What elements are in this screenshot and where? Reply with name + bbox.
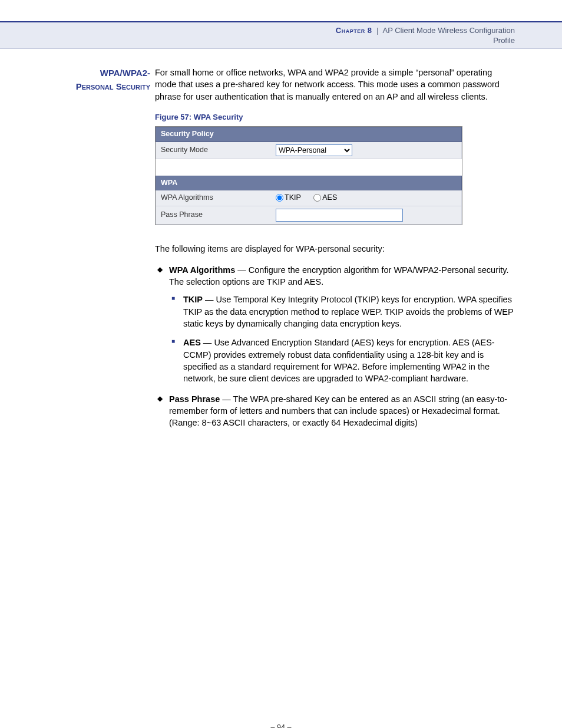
chapter-label: Chapter 8 <box>336 26 372 35</box>
header-separator: | <box>376 26 378 35</box>
list-item-algorithms: WPA Algorithms — Configure the encryptio… <box>169 264 515 385</box>
list-item-aes: AES — Use Advanced Encryption Standard (… <box>183 337 515 384</box>
desc-aes: Use Advanced Encryption Standard (AES) k… <box>183 338 495 383</box>
term-passphrase: Pass Phrase <box>169 394 220 404</box>
side-heading-line1: WPA/WPA2- <box>100 68 150 78</box>
page-number: – 94 – <box>0 723 562 728</box>
pass-phrase-label: Pass Phrase <box>161 210 276 220</box>
term-aes: AES <box>183 338 201 347</box>
sub-list: TKIP — Use Temporal Key Integrity Protoc… <box>169 294 515 384</box>
figure-gap <box>156 159 462 176</box>
pass-phrase-row: Pass Phrase <box>156 206 462 225</box>
wpa-security-figure: Security Policy Security Mode WPA-Person… <box>155 126 462 225</box>
term-wpa-algorithms: WPA Algorithms <box>169 265 235 275</box>
intro-paragraph: For small home or office networks, WPA a… <box>155 67 515 103</box>
header-subtitle: Profile <box>0 36 515 45</box>
items-intro: The following items are displayed for WP… <box>155 243 515 255</box>
wpa-header: WPA <box>156 176 462 191</box>
list-item-passphrase: Pass Phrase — The WPA pre-shared Key can… <box>169 393 515 429</box>
security-mode-select[interactable]: WPA-Personal <box>276 144 352 156</box>
wpa-algorithms-row: WPA Algorithms TKIP AES <box>156 190 462 206</box>
term-tkip: TKIP <box>183 295 203 304</box>
dash: — <box>220 394 233 404</box>
tkip-radio[interactable] <box>276 194 283 202</box>
security-mode-row: Security Mode WPA-Personal <box>156 142 462 159</box>
tkip-radio-label[interactable]: TKIP <box>276 193 301 202</box>
page-header: Chapter 8 | AP Client Mode Wireless Conf… <box>0 21 562 49</box>
side-heading-line2: Personal Security <box>76 81 150 91</box>
tkip-radio-text: TKIP <box>285 193 301 202</box>
aes-radio-text: AES <box>322 193 337 202</box>
wpa-algorithms-label: WPA Algorithms <box>161 193 276 203</box>
desc-tkip: Use Temporal Key Integrity Protocol (TKI… <box>183 295 513 328</box>
section-side-heading: WPA/WPA2- Personal Security <box>47 67 155 93</box>
dash: — <box>201 338 214 347</box>
pass-phrase-input[interactable] <box>276 209 403 222</box>
aes-radio[interactable] <box>313 194 321 202</box>
aes-radio-label[interactable]: AES <box>313 193 337 202</box>
security-mode-label: Security Mode <box>161 145 276 156</box>
dash: — <box>203 295 216 304</box>
dash: — <box>235 265 249 275</box>
item-list: WPA Algorithms — Configure the encryptio… <box>155 264 515 429</box>
figure-caption: Figure 57: WPA Security <box>155 112 515 123</box>
header-title: AP Client Mode Wireless Configuration <box>383 26 515 35</box>
list-item-tkip: TKIP — Use Temporal Key Integrity Protoc… <box>183 294 515 330</box>
security-policy-header: Security Policy <box>156 127 462 142</box>
